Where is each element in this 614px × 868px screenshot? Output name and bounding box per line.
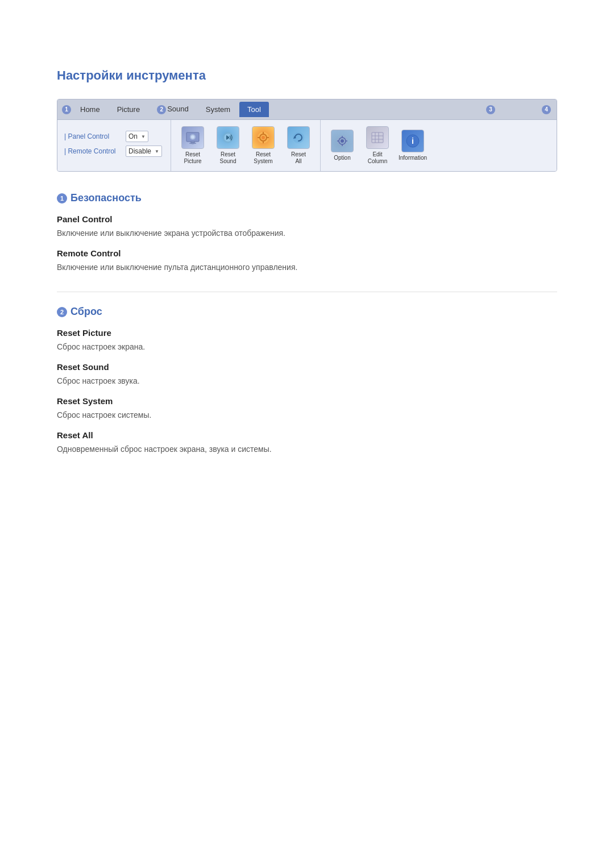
tab-badge-3: 3 bbox=[486, 105, 495, 114]
tab-home[interactable]: Home bbox=[72, 102, 108, 117]
svg-point-12 bbox=[341, 139, 344, 143]
section-security: 1 Безопасность Panel Control Включение и… bbox=[57, 192, 557, 273]
option-btn[interactable]: Option bbox=[327, 130, 357, 161]
information-btn[interactable]: i Information bbox=[398, 130, 428, 161]
reset-sound-title: Reset Sound bbox=[57, 362, 557, 372]
reset-picture-title: Reset Picture bbox=[57, 328, 557, 338]
reset-system-section: Reset System Сброс настроек системы. bbox=[57, 396, 557, 421]
reset-all-btn[interactable]: ResetAll bbox=[284, 126, 313, 165]
reset-picture-section: Reset Picture Сброс настроек экрана. bbox=[57, 328, 557, 353]
reset-sound-btn[interactable]: ResetSound bbox=[213, 126, 243, 165]
toolbar-reset-section: ResetPicture ResetSound bbox=[171, 120, 321, 171]
option-icon bbox=[331, 130, 354, 152]
reset-picture-label: ResetPicture bbox=[184, 151, 201, 165]
panel-control-row: | Panel Control On bbox=[64, 131, 164, 142]
reset-picture-btn[interactable]: ResetPicture bbox=[178, 126, 208, 165]
svg-point-7 bbox=[262, 136, 265, 139]
toolbar-controls-section: | Panel Control On | Remote Control Disa… bbox=[57, 120, 171, 171]
reset-all-desc: Одновременный сброс настроек экрана, зву… bbox=[57, 443, 557, 455]
svg-text:i: i bbox=[412, 136, 414, 146]
tab-picture[interactable]: Picture bbox=[109, 102, 148, 117]
toolbar-container: 1 Home Picture 2Sound System Tool 3 4 | … bbox=[57, 99, 557, 172]
edit-column-btn[interactable]: EditColumn bbox=[363, 126, 392, 165]
toolbar-right-section: Option EditColumn bbox=[321, 120, 434, 171]
reset-sound-icon bbox=[217, 126, 239, 149]
svg-point-2 bbox=[191, 135, 194, 139]
page-container: Настройки инструмента 1 Home Picture 2So… bbox=[0, 0, 614, 519]
remote-control-section: Remote Control Включение или выключение … bbox=[57, 248, 557, 273]
panel-control-value[interactable]: On bbox=[126, 131, 148, 142]
reset-sound-desc: Сброс настроек звука. bbox=[57, 375, 557, 387]
remote-control-row: | Remote Control Disable bbox=[64, 146, 164, 157]
tab-tool[interactable]: Tool bbox=[239, 102, 269, 117]
reset-picture-icon bbox=[181, 126, 204, 149]
toolbar-tabs: 1 Home Picture 2Sound System Tool 3 4 bbox=[57, 99, 557, 120]
reset-all-section: Reset All Одновременный сброс настроек э… bbox=[57, 430, 557, 455]
svg-rect-13 bbox=[372, 132, 383, 143]
reset-btn-group: ResetPicture ResetSound bbox=[178, 126, 313, 165]
section-badge-1: 1 bbox=[57, 193, 67, 203]
remote-control-desc: Включение или выключение пульта дистанци… bbox=[57, 261, 557, 273]
tab-badge-1: 1 bbox=[62, 105, 71, 114]
remote-control-value[interactable]: Disable bbox=[126, 146, 162, 157]
section-reset-heading: 2 Сброс bbox=[57, 306, 557, 318]
section-reset-title: Сброс bbox=[70, 306, 102, 318]
tab-system[interactable]: System bbox=[198, 102, 238, 117]
information-icon: i bbox=[401, 130, 424, 152]
edit-column-label: EditColumn bbox=[368, 151, 387, 165]
toolbar-body: | Panel Control On | Remote Control Disa… bbox=[57, 120, 557, 171]
section-security-heading: 1 Безопасность bbox=[57, 192, 557, 204]
section-reset: 2 Сброс Reset Picture Сброс настроек экр… bbox=[57, 306, 557, 455]
reset-system-label: ResetSystem bbox=[254, 151, 272, 165]
section-divider bbox=[57, 292, 557, 292]
section-badge-2: 2 bbox=[57, 307, 67, 317]
remote-control-label: | Remote Control bbox=[64, 147, 121, 155]
page-title: Настройки инструмента bbox=[57, 68, 557, 83]
panel-control-title: Panel Control bbox=[57, 214, 557, 224]
reset-all-title: Reset All bbox=[57, 430, 557, 440]
panel-control-section: Panel Control Включение или выключение э… bbox=[57, 214, 557, 239]
edit-column-icon bbox=[366, 126, 389, 149]
tab-badge-2: 2 bbox=[157, 105, 166, 114]
option-label: Option bbox=[334, 155, 350, 161]
panel-control-label: | Panel Control bbox=[64, 132, 121, 140]
remote-control-title: Remote Control bbox=[57, 248, 557, 258]
reset-system-btn[interactable]: ResetSystem bbox=[248, 126, 278, 165]
reset-all-icon bbox=[287, 126, 310, 149]
information-label: Information bbox=[399, 155, 427, 161]
reset-system-icon bbox=[252, 126, 275, 149]
section-security-title: Безопасность bbox=[70, 192, 142, 204]
reset-system-desc: Сброс настроек системы. bbox=[57, 409, 557, 421]
reset-picture-desc: Сброс настроек экрана. bbox=[57, 341, 557, 353]
tab-badge-4: 4 bbox=[542, 105, 551, 114]
reset-all-label: ResetAll bbox=[291, 151, 306, 165]
reset-system-title: Reset System bbox=[57, 396, 557, 406]
reset-sound-section: Reset Sound Сброс настроек звука. bbox=[57, 362, 557, 387]
panel-control-desc: Включение или выключение экрана устройст… bbox=[57, 227, 557, 239]
reset-sound-label: ResetSound bbox=[220, 151, 237, 165]
tab-sound[interactable]: 2Sound bbox=[149, 101, 197, 118]
